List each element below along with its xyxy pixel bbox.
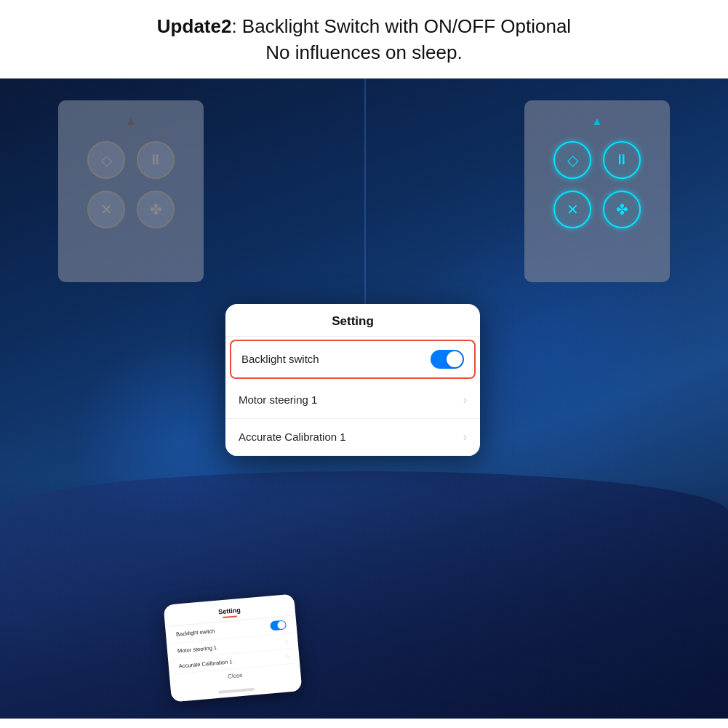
chevron-calibration: › — [463, 431, 467, 444]
calibration-row[interactable]: Accurate Calibration 1 › — [225, 419, 480, 456]
btn-close: ✕ — [87, 191, 125, 228]
switch-panel-off: ▲ ◇ ⏸ ✕ ✤ — [58, 100, 204, 282]
motor-steering-label: Motor steering 1 — [239, 393, 317, 406]
main-image: ▲ ◇ ⏸ ✕ ✤ ▲ ◇ ⏸ ✕ ✤ Setting Backlight sw… — [0, 79, 728, 719]
btn-light-lit: ✤ — [603, 191, 641, 228]
backlight-switch-label: Backlight switch — [241, 353, 319, 365]
backlight-toggle[interactable] — [431, 350, 464, 369]
btn-pause-lit: ⏸ — [603, 141, 641, 179]
setting-card-title: Setting — [225, 304, 480, 337]
header-text: Update2: Backlight Switch with ON/OFF Op… — [22, 13, 706, 66]
setting-card-large: Setting Backlight switch Motor steering … — [225, 304, 480, 456]
person-body — [0, 471, 728, 719]
btn-close-lit: ✕ — [553, 191, 591, 228]
switch-panel-on: ▲ ◇ ⏸ ✕ ✤ — [524, 100, 670, 282]
phone-small-inner: Setting Backlight switch Motor steering … — [164, 593, 302, 692]
red-underline — [223, 615, 237, 618]
chevron-motor: › — [463, 393, 467, 407]
btn-light: ✤ — [137, 191, 175, 228]
wifi-icon-right: ▲ — [591, 115, 603, 128]
phone-toggle-backlight — [270, 620, 287, 631]
calibration-label: Accurate Calibration 1 — [239, 431, 346, 443]
phone-home-bar — [218, 687, 255, 693]
header-section: Update2: Backlight Switch with ON/OFF Op… — [0, 0, 728, 79]
button-grid-left: ◇ ⏸ ✕ ✤ — [87, 141, 175, 228]
backlight-switch-row[interactable]: Backlight switch — [230, 340, 476, 379]
motor-steering-row[interactable]: Motor steering 1 › — [225, 382, 480, 419]
button-grid-right: ◇ ⏸ ✕ ✤ — [553, 141, 641, 228]
wifi-icon-left: ▲ — [125, 115, 137, 128]
btn-open-lit: ◇ — [553, 141, 591, 179]
phone-small: Setting Backlight switch Motor steering … — [164, 593, 303, 702]
btn-pause: ⏸ — [137, 141, 175, 179]
btn-open: ◇ — [87, 141, 125, 179]
